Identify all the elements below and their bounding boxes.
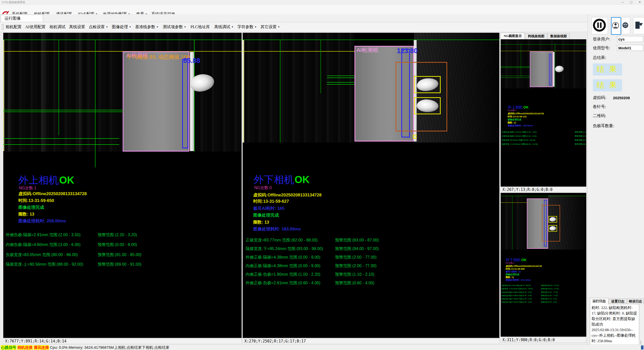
measure-row: 外侧负极-隔膜=2.91mm 范围:(2.00 - 3.50)预警范围:(2.2… bbox=[3, 232, 242, 237]
ng-tab-bar: NG截图显示 料线曲线图 数据曲线图 bbox=[501, 33, 588, 39]
width-value: 123.80 bbox=[397, 47, 418, 55]
reference-line bbox=[243, 40, 499, 40]
tab-detect-box bbox=[414, 76, 441, 93]
virtual-code: 虚拟码:Offline20250208133134728 bbox=[18, 191, 87, 196]
chevron-down-icon: ▼ bbox=[106, 26, 108, 28]
process-time: 图像处理耗时: 145.00ms bbox=[508, 125, 533, 127]
tab-setting-log[interactable]: 设置日志 bbox=[609, 298, 627, 304]
model-field[interactable] bbox=[617, 45, 643, 51]
run-log-text[interactable]: 耗时: 222, 缺陷检测耗时: 17, 缺陷分类耗时: 0, 缺陷提取分区耗时… bbox=[590, 304, 639, 349]
reference-line bbox=[320, 40, 321, 93]
pause-button[interactable] bbox=[591, 17, 608, 34]
defect-region-rect bbox=[396, 62, 447, 131]
toolbar-grip[interactable] bbox=[2, 24, 4, 30]
left-camera-status: X:7677;Y:891;R:14;G:14;B:14 bbox=[3, 338, 242, 344]
upper-camera-check-text: 上相机:点检结束 bbox=[114, 345, 142, 350]
ng-count: NG次数:1 bbox=[19, 186, 36, 190]
tab-foil-blob bbox=[550, 217, 556, 222]
camera-title: 外上相机OK bbox=[18, 175, 74, 185]
tool-plc-address[interactable]: PLC地址库 bbox=[190, 24, 210, 30]
measure-line bbox=[501, 78, 530, 78]
process-done-text: 图像处理完成 bbox=[508, 119, 521, 121]
process-time: 图像处理耗时: 258.00ms bbox=[18, 219, 66, 224]
tool-offline-setting[interactable]: 离线设置 bbox=[69, 24, 85, 30]
tool-ai-use-config[interactable]: AI使用配置 bbox=[25, 24, 46, 30]
maximize-icon[interactable]: ▢ bbox=[627, 0, 635, 4]
measure-row: 内侧正极-负极=1.90mm 范围:(1.00 - 2.20)预警范围:(1.1… bbox=[243, 272, 499, 276]
camera-link-badge: 相机连接 bbox=[17, 345, 33, 350]
measure-line bbox=[3, 112, 123, 112]
tab-error-log[interactable]: 错误日志 bbox=[627, 298, 644, 304]
process-done-text: 图像处理完成 bbox=[253, 213, 279, 218]
title-bar: CYS-视觉检测系统 — ▢ ✕ bbox=[0, 0, 644, 5]
loop-count: 圈数: 13 bbox=[253, 220, 269, 225]
edge-detect-line bbox=[194, 40, 195, 152]
ng-capture-lower[interactable]: 外下相机OK NG次数:0 虚拟码:Offline202502081331347… bbox=[501, 193, 586, 337]
baseline-yellow bbox=[243, 51, 355, 52]
virtual-code-value: 20250208 bbox=[613, 96, 630, 100]
login-user-field[interactable] bbox=[617, 36, 643, 42]
marker-box bbox=[413, 135, 416, 139]
tool-offline-debug[interactable]: 离线调试▼ bbox=[214, 24, 234, 30]
time-text: 时间:13-31-59-508 bbox=[506, 268, 525, 270]
tab-data-curve[interactable]: 数据曲线图 bbox=[548, 33, 570, 39]
time-text: 时间:13-31-59-627 bbox=[253, 199, 289, 204]
tool-camera-config[interactable]: 相机配置 bbox=[6, 24, 22, 30]
tab-ng-capture[interactable]: NG截图显示 bbox=[501, 33, 525, 39]
app-status-bar: 心跳信号 相机连接 通讯连接 Cpu: 0.0% Memory: 3424.41… bbox=[0, 344, 644, 350]
measure-line bbox=[3, 138, 119, 139]
login-user-label: 登录用户: bbox=[593, 37, 610, 42]
tool-other-settings[interactable]: 其它设置▼ bbox=[261, 24, 280, 30]
tab-line-curve[interactable]: 料线曲线图 bbox=[525, 33, 547, 39]
time-text: 时间:13-31-59-132 bbox=[508, 116, 527, 118]
exit-button[interactable] bbox=[633, 17, 644, 34]
log-scrollbar[interactable] bbox=[641, 340, 641, 344]
measure-line bbox=[501, 67, 530, 68]
toolbar: 相机配置 AI使用配置 相机调试 离线设置 点检设置▼ 图像处理▼ 基准线参数▼… bbox=[0, 22, 644, 32]
process-time: 图像处理耗时: 151.00ms bbox=[506, 279, 531, 281]
chevron-down-icon: ▼ bbox=[231, 26, 234, 28]
tool-char-params[interactable]: 字符参数▼ bbox=[237, 24, 257, 30]
minimize-icon[interactable]: — bbox=[618, 0, 627, 4]
reference-line bbox=[280, 40, 280, 143]
reference-line bbox=[95, 40, 95, 167]
tab-run-image[interactable]: 运行图像 bbox=[1, 15, 43, 22]
defect-region-rect bbox=[542, 205, 560, 241]
result-badge-lower: 结 果 bbox=[593, 79, 622, 91]
cpu-memory-text: Cpu: 0.0% Memory: 3424.41796875M bbox=[50, 345, 114, 350]
tool-test-item-params[interactable]: 测试项参数▼ bbox=[163, 24, 186, 30]
tool-camera-debug[interactable]: 相机调试 bbox=[49, 24, 66, 30]
close-icon[interactable]: ✕ bbox=[635, 0, 644, 4]
lower-camera-view[interactable]: AI检测框 123.80 外下相机OK NG次数:0 虚拟码:Offline20… bbox=[243, 33, 499, 338]
ng-upper-status: X:267;Y:13;R:0;G:0;B:0 bbox=[501, 187, 586, 192]
user-icon bbox=[611, 18, 620, 33]
virtual-code: 虚拟码:Offline20250208133134728 bbox=[253, 193, 321, 198]
loop-count: 圈数: 13 bbox=[18, 212, 34, 217]
qr-code-label: 二维码: bbox=[593, 113, 606, 119]
lower-camera-status: X:270;Y:2502;R:17;G:17;B:17 bbox=[243, 338, 499, 344]
tool-baseline-params[interactable]: 基准线参数▼ bbox=[135, 24, 158, 30]
exit-icon bbox=[633, 17, 644, 33]
measure-row: 负极宽度=83.05mm 范围:(80.00 - 86.00)预警范围:(81.… bbox=[3, 252, 242, 257]
film-edge-line bbox=[3, 40, 4, 151]
reference-line bbox=[512, 196, 512, 250]
ng-count: NG次数:1 bbox=[508, 110, 517, 112]
measure-line bbox=[3, 110, 123, 110]
model-label: 使用型号: bbox=[593, 46, 610, 51]
measure-line bbox=[3, 144, 119, 145]
users-group-button[interactable] bbox=[622, 17, 630, 34]
negative-tab-count-label: 负极耳数量: bbox=[593, 123, 614, 129]
user-button[interactable] bbox=[611, 17, 621, 35]
left-camera-view[interactable]: AI检测框 平均阈值:93, 动态阈值:100 85.88 外上相机OK NG次… bbox=[3, 33, 242, 338]
virtual-code-label: 虚拟码: bbox=[593, 95, 606, 100]
tool-spotcheck-setting[interactable]: 点检设置▼ bbox=[89, 24, 108, 30]
virtual-code: 虚拟码:Offline20250208133134728 bbox=[508, 113, 544, 115]
resize-grip[interactable] bbox=[641, 345, 643, 349]
process-done-text: 图像处理完成 bbox=[18, 205, 44, 210]
ng-count: NG次数:0 bbox=[506, 262, 514, 264]
tab-run-log[interactable]: 运行日志 bbox=[590, 298, 608, 304]
ng-capture-upper[interactable]: 外上相机OK NG次数:1 虚拟码:Offline202502081331347… bbox=[501, 39, 586, 187]
result-badge-upper: 结 果 bbox=[593, 63, 622, 76]
tool-image-process[interactable]: 图像处理▼ bbox=[112, 24, 131, 30]
camera-title: 外下相机OK bbox=[254, 174, 310, 185]
